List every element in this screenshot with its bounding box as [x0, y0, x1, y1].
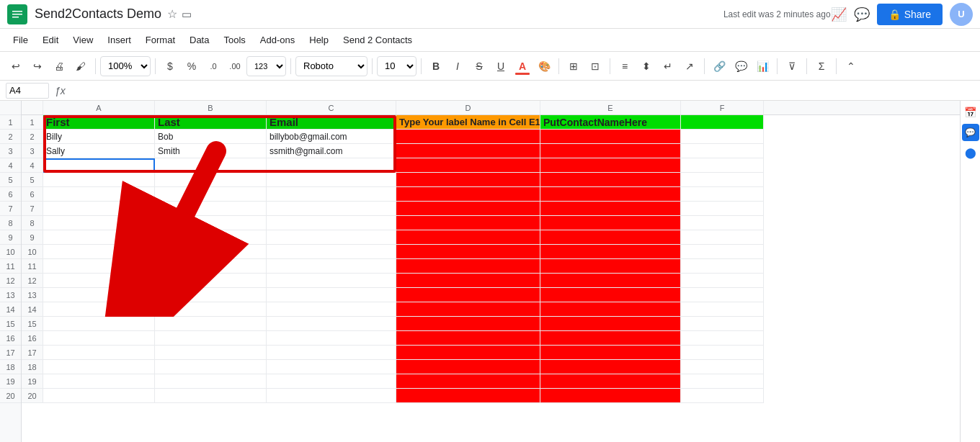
- menu-item-insert[interactable]: Insert: [100, 32, 138, 48]
- cell-A18[interactable]: [43, 360, 155, 374]
- print-button[interactable]: 🖨: [49, 56, 69, 76]
- cell-F3[interactable]: [681, 144, 764, 158]
- cell-F7[interactable]: [681, 202, 764, 216]
- paint-format-button[interactable]: 🖌: [71, 56, 91, 76]
- cell-D14[interactable]: [396, 302, 540, 317]
- cell-F12[interactable]: [681, 274, 764, 288]
- cell-F8[interactable]: [681, 216, 764, 230]
- cell-E20[interactable]: [540, 389, 681, 403]
- strikethrough-button[interactable]: S: [469, 56, 489, 76]
- redo-button[interactable]: ↪: [27, 56, 48, 76]
- cell-C13[interactable]: [267, 288, 396, 302]
- cell-C12[interactable]: [267, 274, 396, 288]
- text-rotate-button[interactable]: ↗: [680, 56, 700, 76]
- cell-F5[interactable]: [681, 173, 764, 187]
- cell-A11[interactable]: [43, 259, 155, 274]
- cell-D19[interactable]: [396, 374, 540, 389]
- cell-C19[interactable]: [267, 374, 396, 389]
- cell-A2[interactable]: Billy: [43, 130, 155, 144]
- cell-E16[interactable]: [540, 331, 681, 346]
- cell-C9[interactable]: [267, 230, 396, 245]
- cell-E14[interactable]: [540, 302, 681, 317]
- cell-F19[interactable]: [681, 374, 764, 389]
- cell-B8[interactable]: [155, 216, 267, 230]
- cell-C5[interactable]: [267, 173, 396, 187]
- cell-E4[interactable]: [540, 158, 681, 173]
- cell-B16[interactable]: [155, 331, 267, 346]
- cell-B2[interactable]: Bob: [155, 130, 267, 144]
- cell-A20[interactable]: [43, 389, 155, 403]
- currency-button[interactable]: $: [160, 56, 180, 76]
- undo-button[interactable]: ↩: [6, 56, 26, 76]
- cell-B4[interactable]: [155, 158, 267, 173]
- cell-F15[interactable]: [681, 317, 764, 331]
- cell-A15[interactable]: [43, 317, 155, 331]
- cell-A6[interactable]: [43, 187, 155, 202]
- cell-E6[interactable]: [540, 187, 681, 202]
- cell-B13[interactable]: [155, 288, 267, 302]
- chart-button[interactable]: 📊: [752, 56, 772, 76]
- cell-C4[interactable]: [267, 158, 396, 173]
- cell-D12[interactable]: [396, 274, 540, 288]
- cell-E17[interactable]: [540, 346, 681, 360]
- menu-item-view[interactable]: View: [66, 32, 100, 48]
- cell-E7[interactable]: [540, 202, 681, 216]
- cell-C6[interactable]: [267, 187, 396, 202]
- cell-F18[interactable]: [681, 360, 764, 374]
- cell-C8[interactable]: [267, 216, 396, 230]
- menu-item-format[interactable]: Format: [138, 32, 182, 48]
- cell-D18[interactable]: [396, 360, 540, 374]
- collapse-button[interactable]: ⌃: [841, 56, 861, 76]
- cell-D15[interactable]: [396, 317, 540, 331]
- cell-C16[interactable]: [267, 331, 396, 346]
- cell-F10[interactable]: [681, 245, 764, 259]
- chat-icon[interactable]: 💬: [854, 6, 870, 22]
- cell-E1[interactable]: PutContactNameHere: [540, 115, 681, 130]
- cell-B15[interactable]: [155, 317, 267, 331]
- cell-A19[interactable]: [43, 374, 155, 389]
- font-size-select[interactable]: 10: [377, 56, 416, 76]
- cell-C20[interactable]: [267, 389, 396, 403]
- cell-F11[interactable]: [681, 259, 764, 274]
- cell-D3[interactable]: [396, 144, 540, 158]
- cell-C14[interactable]: [267, 302, 396, 317]
- cell-A5[interactable]: [43, 173, 155, 187]
- link-button[interactable]: 🔗: [709, 56, 729, 76]
- cell-E11[interactable]: [540, 259, 681, 274]
- cell-E3[interactable]: [540, 144, 681, 158]
- cell-C10[interactable]: [267, 245, 396, 259]
- cell-F6[interactable]: [681, 187, 764, 202]
- cell-A1[interactable]: First: [43, 115, 155, 130]
- cell-B14[interactable]: [155, 302, 267, 317]
- format-123-select[interactable]: 123: [246, 56, 286, 76]
- cell-B9[interactable]: [155, 230, 267, 245]
- cell-D9[interactable]: [396, 230, 540, 245]
- cell-A8[interactable]: [43, 216, 155, 230]
- cell-D7[interactable]: [396, 202, 540, 216]
- cell-C17[interactable]: [267, 346, 396, 360]
- cell-B1[interactable]: Last: [155, 115, 267, 130]
- folder-icon[interactable]: ▭: [182, 8, 192, 21]
- cell-A16[interactable]: [43, 331, 155, 346]
- font-name-select[interactable]: Roboto: [295, 56, 368, 76]
- cell-D5[interactable]: [396, 173, 540, 187]
- cell-F4[interactable]: [681, 158, 764, 173]
- avatar[interactable]: U: [950, 3, 973, 26]
- merge-button[interactable]: ⊡: [585, 56, 605, 76]
- cell-A7[interactable]: [43, 202, 155, 216]
- cell-F14[interactable]: [681, 302, 764, 317]
- cell-D20[interactable]: [396, 389, 540, 403]
- comment-button[interactable]: 💬: [731, 56, 751, 76]
- bold-button[interactable]: B: [426, 56, 446, 76]
- cell-A3[interactable]: Sally: [43, 144, 155, 158]
- cell-B6[interactable]: [155, 187, 267, 202]
- cell-F1[interactable]: [681, 115, 764, 130]
- halign-button[interactable]: ≡: [615, 56, 635, 76]
- decimal0-button[interactable]: .0: [203, 56, 223, 76]
- cell-B11[interactable]: [155, 259, 267, 274]
- cell-F16[interactable]: [681, 331, 764, 346]
- cell-E10[interactable]: [540, 245, 681, 259]
- cell-B17[interactable]: [155, 346, 267, 360]
- cell-F9[interactable]: [681, 230, 764, 245]
- cell-F17[interactable]: [681, 346, 764, 360]
